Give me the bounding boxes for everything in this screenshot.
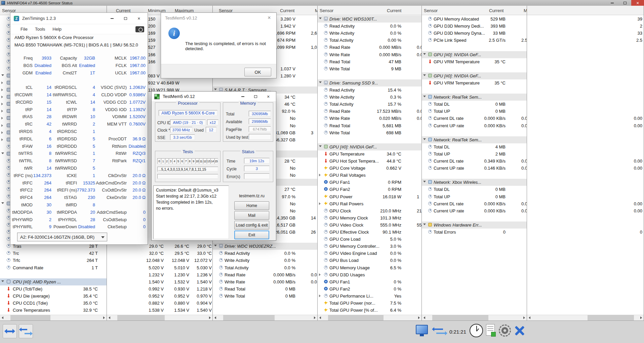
sensor-row[interactable]: Trc42 T [0, 250, 107, 257]
test-number-cell[interactable]: 9 [192, 158, 195, 164]
collapse-chevron-icon[interactable] [423, 224, 426, 225]
sensor-row[interactable]: 0.992 V0.930 V1.218 V [107, 285, 212, 293]
sensor-row[interactable]: CPU CCD1 (Tdie)35.0 °C [0, 300, 107, 307]
sensor-row[interactable]: GPU Rail Voltages [318, 172, 421, 179]
sensor-row[interactable]: 1.540 V1.532 V1.540 V [107, 278, 212, 285]
scrollbar-left-arrow[interactable] [0, 315, 6, 320]
sensor-row[interactable]: Total Activity0.00 % [318, 37, 421, 44]
expand-chevron-icon[interactable] [1, 89, 3, 91]
settings-gear-icon[interactable] [499, 324, 511, 337]
sensor-row[interactable]: Read Total0 MB [213, 285, 317, 293]
screenshot-camera-icon[interactable] [135, 26, 144, 32]
sensor-row[interactable]: Write Activity0.0 % [213, 257, 317, 264]
sensor-row[interactable]: GPU Rail Powers [318, 200, 421, 207]
sensor-row[interactable]: GPU Hot Spot Tempera...44.8 °C [318, 158, 421, 165]
sensor-row[interactable]: GPU Core Voltage0.662 V [318, 165, 421, 172]
test-number-cell[interactable]: 10 [195, 158, 199, 164]
horizontal-scrollbar[interactable] [107, 315, 212, 320]
expand-chevron-icon[interactable] [319, 295, 321, 297]
sensor-row[interactable]: Current UP rate0.146 KB/s0.00 [422, 165, 527, 172]
sensor-row[interactable]: GPU Memory Usage6.5 % [318, 264, 421, 271]
sensor-row[interactable]: Current DL rate0.349 KB/s0.00 [422, 158, 527, 165]
scrollbar-left-arrow[interactable] [107, 315, 113, 320]
sensor-section-row[interactable]: Drive: WDC WD20EZRZ... [213, 243, 317, 250]
main-titlebar[interactable]: HWiNFO64 v7.06-4500 Sensor Status [0, 0, 644, 6]
sensor-row[interactable]: Total DL0 MB [422, 186, 527, 193]
sensor-row[interactable]: Read Activity0.0 % [213, 250, 317, 257]
collapse-chevron-icon[interactable] [1, 280, 4, 282]
test-number-cell[interactable]: 11 [199, 158, 203, 164]
sensor-section-row[interactable]: Network: Xbox Wireles... [422, 179, 527, 186]
sensor-section-row[interactable]: GPU [#0]: NVIDIA GeF... [422, 72, 527, 79]
scrollbar-left-arrow[interactable] [213, 315, 218, 320]
sensor-row[interactable]: GPU Power16.018 W1 [318, 193, 421, 200]
expand-chevron-icon[interactable] [1, 96, 3, 98]
horizontal-scrollbar[interactable] [527, 315, 644, 320]
menu-item-tools[interactable]: Tools [35, 27, 45, 32]
zentimings-titlebar[interactable]: Z ZenTimings 1.2.3 [10, 13, 148, 24]
test-number-cell[interactable]: 1 [161, 158, 165, 164]
close-sensors-icon[interactable] [514, 324, 526, 337]
scrollbar-right-arrow[interactable] [101, 315, 107, 320]
test-number-cell[interactable]: 15 [214, 158, 218, 164]
sensor-row[interactable]: Read Total5,681 MB [318, 122, 421, 129]
collapse-chevron-icon[interactable] [1, 202, 4, 204]
test-number-cell[interactable]: 13 [207, 158, 210, 164]
sensor-row[interactable]: Total UP2 MB [422, 150, 527, 158]
test-number-cell[interactable]: 3 [169, 158, 172, 164]
close-button[interactable] [132, 13, 146, 24]
test-number-cell[interactable]: 2 [165, 158, 169, 164]
test-number-cell[interactable]: 0 [157, 158, 161, 164]
collapse-chevron-icon[interactable] [423, 181, 426, 182]
sensor-row[interactable]: Read Activity0.0 % [318, 23, 421, 30]
sensor-section-row[interactable]: Drive: WDC WDS100T... [318, 15, 421, 23]
sensor-row[interactable]: GPU Fan10 % [318, 278, 421, 285]
sensor-row[interactable]: Read Rate17.523 MB/s0.0 [318, 108, 421, 115]
scrollbar-thumb[interactable] [588, 315, 634, 320]
sensor-row[interactable]: Read Rate0.000 MB/s0.0 [213, 271, 317, 278]
sensor-row[interactable]: 1.232 V1.230 V1.236 V [107, 271, 212, 278]
collapse-chevron-icon[interactable] [1, 74, 4, 76]
scrollbar-left-arrow[interactable] [422, 315, 428, 320]
minimize-button[interactable] [105, 13, 119, 24]
sensor-row[interactable]: Write Activity0.0 % [318, 30, 421, 37]
sensor-row[interactable]: GPU Fan10 RPM [318, 179, 421, 186]
sensor-section-row[interactable]: GPU [#0]: NVIDIA GeF... [318, 143, 421, 150]
sensor-row[interactable]: GPU Fan20 RPM [318, 186, 421, 193]
collapse-chevron-icon[interactable] [423, 74, 426, 76]
maximize-button[interactable] [618, 0, 631, 6]
sensor-row[interactable]: PCIe Link Speed2.5 GT/s2.5 [422, 37, 527, 44]
sensor-row[interactable]: GPU VRM Temperature35 °C [422, 79, 527, 87]
site-link[interactable]: testmem.tz.ru [234, 194, 269, 198]
scrollbar-thumb[interactable] [10, 315, 50, 320]
expand-chevron-icon[interactable] [319, 273, 321, 276]
sensor-row[interactable]: GPU D3D Usages [318, 271, 421, 278]
swap-arrows-button[interactable] [19, 324, 33, 338]
maximize-button[interactable] [119, 13, 132, 24]
scrollbar-right-arrow[interactable] [416, 315, 421, 320]
mail-button[interactable]: Mail [234, 211, 269, 220]
sensor-row[interactable]: GPU D3D Memory Dedi...393 MB [422, 23, 527, 30]
close-icon[interactable] [262, 13, 276, 23]
scrollbar-right-arrow[interactable] [312, 315, 317, 320]
test-number-cell[interactable]: 14 [210, 158, 214, 164]
sensor-row[interactable]: GPU Effective Clock90.1 MHz [318, 229, 421, 236]
sensor-row[interactable]: Current UP rate0.000 KB/s0.00 [422, 122, 527, 129]
scrollbar-right-arrow[interactable] [638, 315, 644, 320]
sensor-row[interactable]: Write Total0 MB [213, 293, 317, 300]
scrollbar-left-arrow[interactable] [527, 315, 533, 320]
scrollbar-thumb[interactable] [328, 315, 384, 320]
horizontal-scrollbar[interactable] [213, 315, 317, 320]
sensor-row[interactable]: CPU (Tctl/Tdie)38.5 °C [0, 285, 107, 293]
collapse-chevron-icon[interactable] [423, 96, 426, 97]
sensor-row[interactable]: Total Activity0.0 % [213, 264, 317, 271]
horizontal-scrollbar[interactable] [318, 315, 421, 320]
collapse-chevron-icon[interactable] [319, 145, 322, 147]
sensor-row[interactable]: Total GPU Power (nor...7.5 % [318, 300, 421, 307]
scrollbar-thumb[interactable] [223, 315, 275, 320]
test-number-cell[interactable]: 6 [180, 158, 184, 164]
scrollbar-left-arrow[interactable] [318, 315, 323, 320]
sensor-row[interactable]: Total Errors0 [422, 229, 527, 236]
home-button[interactable]: Home [234, 201, 269, 210]
test-number-cell[interactable]: 12 [203, 158, 207, 164]
